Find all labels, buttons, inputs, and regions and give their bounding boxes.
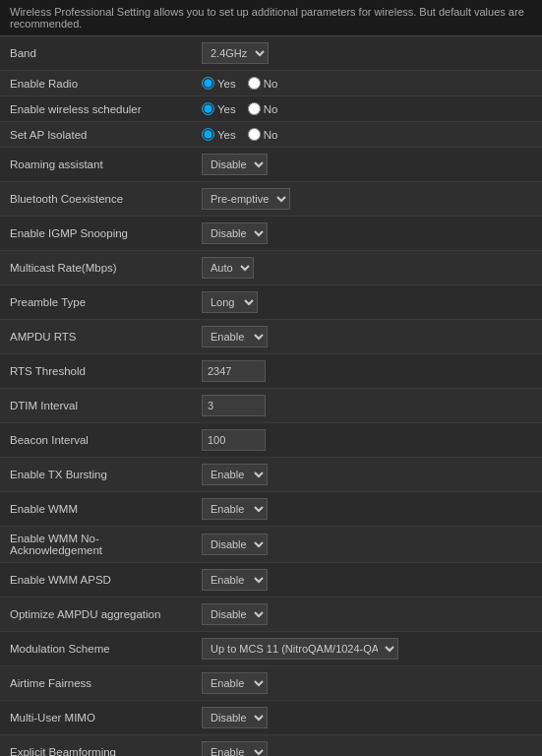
- row-label: Set AP Isolated: [0, 122, 192, 148]
- enable-wireless-scheduler-group: Yes No: [202, 102, 532, 115]
- table-row: Set AP Isolated Yes No: [0, 122, 542, 148]
- row-control: EnableDisable: [192, 492, 542, 527]
- row-control: [192, 389, 542, 423]
- table-row: AMPDU RTSEnableDisable: [0, 320, 542, 354]
- row-control: DisableEnable: [192, 217, 542, 251]
- modulation-scheme-select[interactable]: Up to MCS 11 (NitroQAM/1024-QAM)Up to MC…: [202, 638, 398, 660]
- row-control: [192, 354, 542, 389]
- row-control: Yes No: [192, 122, 542, 148]
- row-label: DTIM Interval: [0, 389, 192, 423]
- row-control: Up to MCS 11 (NitroQAM/1024-QAM)Up to MC…: [192, 632, 542, 666]
- wmm-apsd-select[interactable]: EnableDisable: [202, 569, 268, 591]
- row-label: Optimize AMPDU aggregation: [0, 598, 192, 632]
- table-row: Preamble TypeLongShort: [0, 285, 542, 320]
- enable-wireless-scheduler-no[interactable]: [248, 102, 261, 115]
- row-control: EnableDisable: [192, 458, 542, 492]
- table-row: Airtime FairnessEnableDisable: [0, 666, 542, 701]
- table-row: Enable WMM APSDEnableDisable: [0, 563, 542, 598]
- explicit-beamforming-select[interactable]: EnableDisable: [202, 741, 268, 756]
- row-control: Pre-emptiveDisableEnable: [192, 182, 542, 217]
- set-ap-isolated-yes[interactable]: [202, 128, 214, 141]
- igmp-snooping-select[interactable]: DisableEnable: [202, 222, 268, 244]
- wmm-select[interactable]: EnableDisable: [202, 498, 268, 520]
- row-control: EnableDisable: [192, 666, 542, 701]
- table-row: Enable Radio Yes No: [0, 71, 542, 96]
- table-row: Explicit BeamformingEnableDisable: [0, 735, 542, 757]
- row-label: Enable Radio: [0, 71, 192, 96]
- enable-radio-no[interactable]: [248, 77, 261, 90]
- table-row: DTIM Interval: [0, 389, 542, 423]
- table-row: Optimize AMPDU aggregationDisableEnable: [0, 598, 542, 632]
- tx-bursting-select[interactable]: EnableDisable: [202, 464, 268, 485]
- row-label: Multi-User MIMO: [0, 701, 192, 735]
- row-label: Enable IGMP Snooping: [0, 217, 192, 251]
- row-label: Roaming assistant: [0, 148, 192, 182]
- set-ap-isolated-group: Yes No: [202, 128, 532, 141]
- table-row: Multi-User MIMODisableEnable: [0, 701, 542, 735]
- row-label: Enable WMM APSD: [0, 563, 192, 598]
- row-control: EnableDisable: [192, 735, 542, 757]
- table-row: Multicast Rate(Mbps)Auto125.569111218243…: [0, 251, 542, 285]
- row-label: RTS Threshold: [0, 354, 192, 389]
- row-control: DisableEnable: [192, 598, 542, 632]
- airtime-fairness-select[interactable]: EnableDisable: [202, 672, 268, 694]
- row-label: Enable WMM: [0, 492, 192, 527]
- table-row: Bluetooth CoexistencePre-emptiveDisableE…: [0, 182, 542, 217]
- row-label: Enable TX Bursting: [0, 458, 192, 492]
- multi-user-mimo-select[interactable]: DisableEnable: [202, 707, 268, 728]
- roaming-assistant-select[interactable]: DisableEnable: [202, 154, 268, 175]
- dtim-interval-input[interactable]: [202, 395, 266, 416]
- ampdu-aggregation-select[interactable]: DisableEnable: [202, 603, 268, 625]
- enable-radio-group: Yes No: [202, 77, 532, 90]
- row-label: Bluetooth Coexistence: [0, 182, 192, 217]
- row-label: Enable wireless scheduler: [0, 96, 192, 122]
- band-select[interactable]: 2.4GHz5GHz: [202, 42, 269, 64]
- table-row: Enable IGMP SnoopingDisableEnable: [0, 217, 542, 251]
- row-control: EnableDisable: [192, 320, 542, 354]
- enable-wireless-scheduler-yes[interactable]: [202, 102, 214, 115]
- table-row: RTS Threshold: [0, 354, 542, 389]
- enable-radio-yes[interactable]: [202, 77, 214, 90]
- table-row: Roaming assistantDisableEnable: [0, 148, 542, 182]
- row-control: DisableEnable: [192, 148, 542, 182]
- row-label: Band: [0, 36, 192, 71]
- row-label: Modulation Scheme: [0, 632, 192, 666]
- multicast-rate-select[interactable]: Auto125.56911121824364854: [202, 257, 254, 279]
- row-control: EnableDisable: [192, 563, 542, 598]
- table-row: Enable WMM No-AcknowledgementDisableEnab…: [0, 527, 542, 563]
- bluetooth-coexistence-select[interactable]: Pre-emptiveDisableEnable: [202, 188, 290, 210]
- beacon-interval-input[interactable]: [202, 429, 266, 451]
- table-row: Enable WMMEnableDisable: [0, 492, 542, 527]
- row-control: 2.4GHz5GHz: [192, 36, 542, 71]
- table-row: Band2.4GHz5GHz: [0, 36, 542, 71]
- row-label: Airtime Fairness: [0, 666, 192, 701]
- table-row: Beacon Interval: [0, 423, 542, 458]
- row-label: Explicit Beamforming: [0, 735, 192, 757]
- row-label: AMPDU RTS: [0, 320, 192, 354]
- row-control: Yes No: [192, 71, 542, 96]
- row-control: [192, 423, 542, 458]
- preamble-type-select[interactable]: LongShort: [202, 291, 258, 313]
- ampdu-rts-select[interactable]: EnableDisable: [202, 326, 268, 347]
- table-row: Modulation SchemeUp to MCS 11 (NitroQAM/…: [0, 632, 542, 666]
- row-label: Multicast Rate(Mbps): [0, 251, 192, 285]
- table-row: Enable TX BurstingEnableDisable: [0, 458, 542, 492]
- row-control: DisableEnable: [192, 701, 542, 735]
- description-text: Wireless Professional Setting allows you…: [10, 6, 524, 30]
- row-control: Auto125.56911121824364854: [192, 251, 542, 285]
- wmm-noack-select[interactable]: DisableEnable: [202, 534, 268, 555]
- description-bar: Wireless Professional Setting allows you…: [0, 0, 542, 36]
- row-control: Yes No: [192, 96, 542, 122]
- row-label: Beacon Interval: [0, 423, 192, 458]
- row-control: LongShort: [192, 285, 542, 320]
- settings-table: Band2.4GHz5GHzEnable Radio Yes NoEnable …: [0, 36, 542, 756]
- rts-threshold-input[interactable]: [202, 360, 266, 382]
- row-control: DisableEnable: [192, 527, 542, 563]
- row-label: Enable WMM No-Acknowledgement: [0, 527, 192, 563]
- row-label: Preamble Type: [0, 285, 192, 320]
- set-ap-isolated-no[interactable]: [248, 128, 261, 141]
- table-row: Enable wireless scheduler Yes No: [0, 96, 542, 122]
